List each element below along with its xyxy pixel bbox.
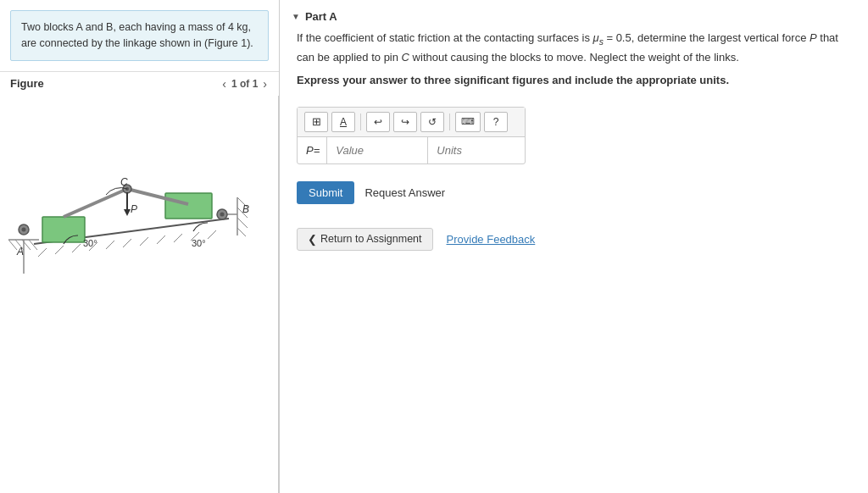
svg-line-23 [208, 230, 216, 239]
svg-text:B: B [242, 203, 249, 215]
svg-text:P: P [131, 203, 137, 215]
left-panel: Two blocks A and B, each having a mass o… [0, 0, 280, 493]
action-buttons: Submit Request Answer [280, 173, 868, 213]
svg-line-5 [29, 240, 37, 250]
svg-line-10 [237, 218, 248, 228]
svg-line-19 [140, 237, 148, 246]
svg-line-2 [8, 240, 17, 250]
problem-text: Two blocks A and B, each having a mass o… [21, 21, 253, 49]
figure-next-button[interactable]: › [261, 77, 269, 91]
figure-nav: ‹ 1 of 1 › [220, 77, 269, 91]
redo-icon: ↪ [401, 116, 409, 128]
format-icon: ⊞ [312, 115, 321, 128]
chevron-left-icon: ❮ [308, 233, 317, 246]
svg-line-17 [106, 241, 114, 249]
toolbar-separator-2 [449, 114, 450, 130]
svg-text:30°: 30° [83, 238, 97, 248]
toolbar-keyboard-button[interactable]: ⌨ [455, 112, 481, 132]
refresh-icon: ↺ [428, 116, 437, 128]
submit-button[interactable]: Submit [297, 181, 354, 204]
answer-toolbar: ⊞ A ↩ ↪ ↺ ⌨ ? [298, 108, 525, 137]
svg-line-30 [64, 189, 127, 217]
toolbar-redo-button[interactable]: ↪ [393, 112, 417, 132]
question-text: If the coefficient of static friction at… [297, 31, 838, 64]
figure-prev-button[interactable]: ‹ [220, 77, 228, 91]
toolbar-separator-1 [360, 114, 361, 130]
svg-line-20 [157, 235, 165, 244]
svg-line-21 [174, 234, 182, 242]
help-icon: ? [493, 116, 499, 128]
figure-section: Figure ‹ 1 of 1 › [0, 71, 279, 494]
svg-line-15 [72, 244, 81, 252]
svg-point-29 [220, 212, 225, 216]
nav-buttons: ❮ Return to Assignment Provide Feedback [280, 213, 868, 266]
svg-rect-27 [165, 193, 212, 219]
answer-input-row: P = [298, 137, 525, 163]
provide-feedback-button[interactable]: Provide Feedback [447, 233, 536, 246]
svg-line-18 [123, 239, 131, 247]
svg-point-26 [22, 227, 26, 231]
figure-label: Figure [10, 77, 44, 90]
return-button[interactable]: ❮ Return to Assignment [297, 228, 433, 251]
svg-text:C: C [120, 176, 128, 188]
svg-line-14 [55, 246, 64, 254]
undo-icon: ↩ [374, 116, 382, 128]
request-answer-button[interactable]: Request Answer [364, 186, 445, 199]
return-label: Return to Assignment [320, 233, 422, 245]
figure-svg-container: A B C P 30° 30° [0, 96, 278, 293]
figure-diagram: A B C P 30° 30° [8, 104, 254, 274]
express-instruction: Express your answer to three significant… [297, 72, 851, 90]
part-header: ▼ Part A [280, 0, 868, 30]
problem-question: If the coefficient of static friction at… [280, 30, 868, 98]
toolbar-help-button[interactable]: ? [484, 112, 508, 132]
part-arrow-icon: ▼ [292, 12, 300, 21]
toolbar-undo-button[interactable]: ↩ [366, 112, 390, 132]
figure-header: Figure ‹ 1 of 1 › [0, 71, 279, 96]
part-label: Part A [305, 10, 337, 23]
answer-value-input[interactable] [326, 137, 428, 163]
svg-line-11 [237, 228, 246, 236]
figure-page: 1 of 1 [231, 78, 258, 90]
answer-area: ⊞ A ↩ ↪ ↺ ⌨ ? P = [297, 107, 526, 164]
svg-text:A: A [16, 246, 24, 258]
svg-line-13 [38, 248, 47, 257]
toolbar-text-button[interactable]: A [331, 112, 355, 132]
right-panel: ▼ Part A If the coefficient of static fr… [280, 0, 868, 493]
figure-canvas: A B C P 30° 30° [0, 96, 279, 494]
text-icon: A [340, 116, 347, 128]
svg-marker-35 [124, 209, 131, 216]
svg-text:30°: 30° [192, 238, 206, 248]
toolbar-refresh-button[interactable]: ↺ [420, 112, 444, 132]
problem-description: Two blocks A and B, each having a mass o… [10, 10, 269, 61]
answer-units-input[interactable] [428, 137, 513, 163]
keyboard-icon: ⌨ [461, 116, 475, 127]
svg-rect-24 [42, 217, 85, 242]
answer-label: P = [298, 137, 326, 163]
toolbar-format-button[interactable]: ⊞ [304, 112, 328, 132]
